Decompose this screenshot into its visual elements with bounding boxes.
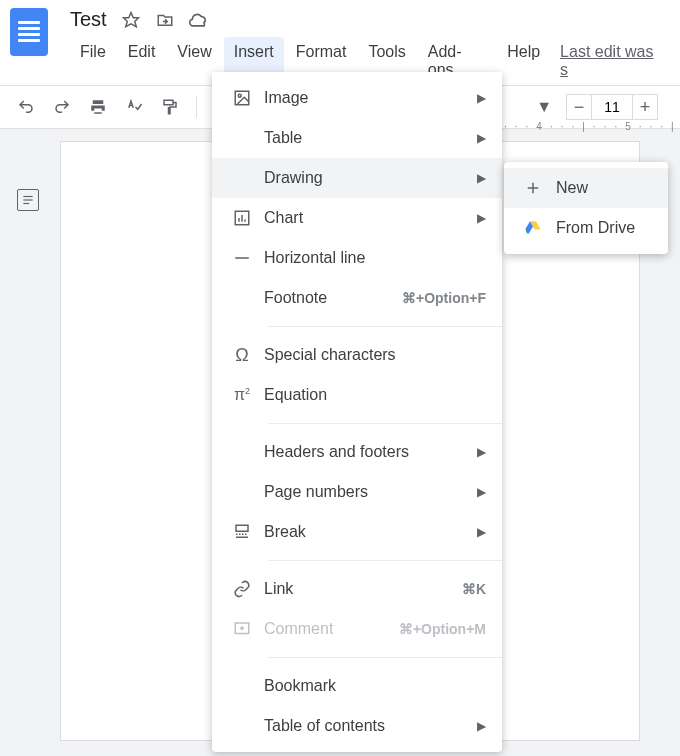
- submenu-arrow-icon: ▶: [477, 485, 486, 499]
- insert-chart[interactable]: Chart▶: [212, 198, 502, 238]
- menu-item-label: Equation: [264, 386, 486, 404]
- drawing-submenu: NewFrom Drive: [504, 162, 668, 254]
- insert-break[interactable]: Break▶: [212, 512, 502, 552]
- insert-headers-and-footers[interactable]: Headers and footers▶: [212, 432, 502, 472]
- menu-item-label: Special characters: [264, 346, 486, 364]
- menu-separator: [268, 560, 502, 561]
- spellcheck-button[interactable]: [120, 93, 148, 121]
- menu-item-label: Image: [264, 89, 477, 107]
- insert-footnote[interactable]: Footnote⌘+Option+F: [212, 278, 502, 318]
- insert-equation[interactable]: π2Equation: [212, 375, 502, 415]
- menu-file[interactable]: File: [70, 37, 116, 85]
- move-icon[interactable]: [155, 10, 175, 30]
- submenu-arrow-icon: ▶: [477, 211, 486, 225]
- link-icon: [228, 580, 256, 598]
- svg-point-6: [238, 94, 241, 97]
- last-edit-link[interactable]: Last edit was s: [552, 37, 670, 85]
- star-icon[interactable]: [121, 10, 141, 30]
- break-icon: [228, 523, 256, 541]
- menu-edit[interactable]: Edit: [118, 37, 166, 85]
- print-button[interactable]: [84, 93, 112, 121]
- ruler: ···4···|···5···|···6···|···7···|: [500, 116, 680, 136]
- insert-drawing[interactable]: Drawing▶: [212, 158, 502, 198]
- insert-comment: Comment⌘+Option+M: [212, 609, 502, 649]
- shortcut-label: ⌘+Option+M: [399, 621, 486, 637]
- dropdown-arrow-icon[interactable]: ▼: [536, 98, 552, 116]
- menu-item-label: Page numbers: [264, 483, 477, 501]
- insert-image[interactable]: Image▶: [212, 78, 502, 118]
- drawing-from-drive[interactable]: From Drive: [504, 208, 668, 248]
- drawing-new[interactable]: New: [504, 168, 668, 208]
- menu-item-label: Link: [264, 580, 462, 598]
- menu-item-label: Bookmark: [264, 677, 486, 695]
- insert-table[interactable]: Table▶: [212, 118, 502, 158]
- hline-icon: [228, 249, 256, 267]
- pi-icon: π2: [228, 386, 256, 404]
- insert-menu: Image▶Table▶Drawing▶Chart▶Horizontal lin…: [212, 72, 502, 752]
- image-icon: [228, 89, 256, 107]
- menu-item-label: Comment: [264, 620, 399, 638]
- menu-item-label: Horizontal line: [264, 249, 486, 267]
- menu-help[interactable]: Help: [497, 37, 550, 85]
- shortcut-label: ⌘+Option+F: [402, 290, 486, 306]
- outline-icon[interactable]: [17, 189, 39, 211]
- toolbar-separator: [196, 96, 197, 118]
- insert-page-numbers[interactable]: Page numbers▶: [212, 472, 502, 512]
- menu-separator: [268, 657, 502, 658]
- menu-separator: [268, 326, 502, 327]
- menu-item-label: Headers and footers: [264, 443, 477, 461]
- insert-special-characters[interactable]: ΩSpecial characters: [212, 335, 502, 375]
- svg-rect-1: [164, 100, 173, 105]
- menu-item-label: Chart: [264, 209, 477, 227]
- menu-item-label: Footnote: [264, 289, 402, 307]
- svg-rect-12: [236, 525, 248, 531]
- submenu-arrow-icon: ▶: [477, 719, 486, 733]
- submenu-arrow-icon: ▶: [477, 525, 486, 539]
- submenu-arrow-icon: ▶: [477, 445, 486, 459]
- submenu-arrow-icon: ▶: [477, 91, 486, 105]
- submenu-arrow-icon: ▶: [477, 171, 486, 185]
- svg-rect-5: [235, 91, 249, 105]
- submenu-label: New: [556, 179, 588, 197]
- insert-table-of-contents[interactable]: Table of contents▶: [212, 706, 502, 746]
- comment-icon: [228, 620, 256, 638]
- insert-horizontal-line[interactable]: Horizontal line: [212, 238, 502, 278]
- menu-separator: [268, 423, 502, 424]
- chart-icon: [228, 209, 256, 227]
- document-title[interactable]: Test: [70, 8, 107, 31]
- submenu-arrow-icon: ▶: [477, 131, 486, 145]
- redo-button[interactable]: [48, 93, 76, 121]
- undo-button[interactable]: [12, 93, 40, 121]
- submenu-label: From Drive: [556, 219, 635, 237]
- insert-bookmark[interactable]: Bookmark: [212, 666, 502, 706]
- shortcut-label: ⌘K: [462, 581, 486, 597]
- menu-item-label: Table of contents: [264, 717, 477, 735]
- drive-icon: [520, 219, 546, 237]
- cloud-status-icon[interactable]: [189, 10, 209, 30]
- menu-item-label: Drawing: [264, 169, 477, 187]
- menu-item-label: Break: [264, 523, 477, 541]
- menu-item-label: Table: [264, 129, 477, 147]
- omega-icon: Ω: [228, 345, 256, 366]
- paint-format-button[interactable]: [156, 93, 184, 121]
- insert-link[interactable]: Link⌘K: [212, 569, 502, 609]
- svg-marker-0: [123, 12, 138, 26]
- docs-logo[interactable]: [10, 8, 48, 56]
- plus-icon: [520, 179, 546, 197]
